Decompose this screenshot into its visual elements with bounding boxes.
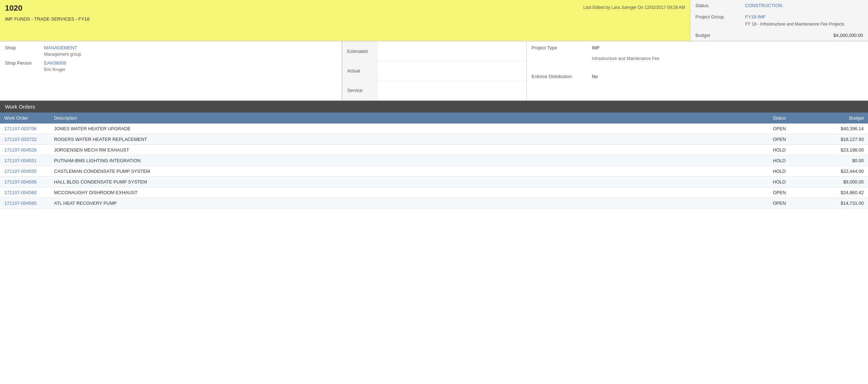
work-order-status: HOLD	[769, 145, 818, 155]
work-order-id[interactable]: 171107-004565	[0, 198, 50, 209]
work-order-status: OPEN	[769, 124, 818, 134]
work-order-status: HOLD	[769, 177, 818, 187]
work-order-description: JORGENSEN MECH RM EXHAUST	[50, 145, 769, 155]
shop-person-row: Shop Person EAK08009 Eric Kruger	[5, 60, 337, 72]
status-value[interactable]: CONSTRUCTION	[745, 3, 863, 8]
work-order-id[interactable]: 171107-004528	[0, 145, 50, 155]
enforce-dist-label: Enforce Distribution	[532, 74, 592, 79]
shop-row: Shop MANAGEMENT Management group	[5, 45, 337, 57]
actual-row: Actual	[342, 61, 526, 81]
project-type-value: IMF	[592, 45, 863, 50]
work-orders-section: Work Orders Work Order Description Statu…	[0, 101, 868, 209]
project-id: 1020	[5, 4, 22, 13]
work-order-link[interactable]: 171107-004560	[4, 190, 37, 195]
work-order-id[interactable]: 171107-004556	[0, 177, 50, 187]
table-row: 171107-004528JORGENSEN MECH RM EXHAUSTHO…	[0, 145, 868, 155]
work-order-status: HOLD	[769, 166, 818, 177]
status-label: Status	[695, 3, 745, 8]
service-value	[378, 87, 526, 94]
work-order-link[interactable]: 171107-003706	[4, 126, 37, 131]
table-row: 171107-004565ATL HEAT RECOVERY PUMPOPEN$…	[0, 198, 868, 209]
work-order-budget: $9,000.00	[818, 177, 868, 187]
work-order-link[interactable]: 171107-004551	[4, 158, 37, 163]
enforce-dist-row: Enforce Distribution No	[532, 74, 863, 79]
work-order-description: CASTLEMAN CONDENSATE PUMP SYSTEM	[50, 166, 769, 177]
service-label: Service	[342, 81, 378, 100]
work-order-description: ROGERS WATER HEATER REPLACEMENT	[50, 134, 769, 145]
table-row: 171107-004555CASTLEMAN CONDENSATE PUMP S…	[0, 166, 868, 177]
table-row: 171107-004551PUTNAM-BMS LIGHTING INTEGRA…	[0, 155, 868, 166]
project-subtitle: IMF FUNDS - TRADE SERVICES - FY18	[5, 16, 685, 22]
col-work-order: Work Order	[0, 113, 50, 124]
table-row: 171107-003706JONES WATER HEATER UPGRADEO…	[0, 124, 868, 134]
work-order-link[interactable]: 171107-004555	[4, 169, 37, 174]
work-order-description: ATL HEAT RECOVERY PUMP	[50, 198, 769, 209]
table-row: 171107-003722ROGERS WATER HEATER REPLACE…	[0, 134, 868, 145]
shop-person-label: Shop Person	[5, 60, 44, 66]
shop-person-link[interactable]: EAK08009	[44, 60, 66, 66]
work-orders-table: Work Order Description Status Budget 171…	[0, 113, 868, 209]
project-type-panel: Project Type IMF Infrastructure and Main…	[527, 42, 868, 100]
shop-link[interactable]: MANAGEMENT	[44, 45, 77, 50]
service-panel: Estimated Actual Service	[342, 42, 527, 100]
shop-desc: Management group	[44, 52, 337, 57]
work-order-status: HOLD	[769, 155, 818, 166]
work-order-id[interactable]: 171107-004560	[0, 187, 50, 198]
work-order-description: HALL BLDG CONDENSATE PUMP SYSTEM	[50, 177, 769, 187]
table-header-row: Work Order Description Status Budget	[0, 113, 868, 124]
work-order-description: MCCONAUGHY DISHROOM EXHAUST	[50, 187, 769, 198]
project-group-label: Project Group	[695, 14, 745, 27]
work-order-budget: $23,198.00	[818, 145, 868, 155]
estimated-label: Estimated	[342, 42, 378, 61]
work-order-budget: $24,860.42	[818, 187, 868, 198]
work-orders-header: Work Orders	[0, 101, 868, 113]
header-section: 1020 Last Edited by Lara Juenger On 12/0…	[0, 0, 868, 41]
budget-row: Budget $4,000,000.00	[690, 30, 868, 41]
work-order-link[interactable]: 171107-003722	[4, 137, 37, 142]
project-group-row: Project Group FY18-IMF FY 18 - Infrastru…	[690, 11, 868, 30]
work-order-link[interactable]: 171107-004556	[4, 179, 37, 185]
enforce-dist-value: No	[592, 74, 863, 79]
budget-value: $4,000,000.00	[745, 33, 863, 38]
estimated-row: Estimated	[342, 42, 526, 61]
status-row: Status CONSTRUCTION	[690, 0, 868, 11]
work-order-budget: $22,444.00	[818, 166, 868, 177]
work-order-budget: $40,396.14	[818, 124, 868, 134]
work-order-description: JONES WATER HEATER UPGRADE	[50, 124, 769, 134]
work-order-link[interactable]: 171107-004528	[4, 147, 37, 153]
work-order-status: OPEN	[769, 198, 818, 209]
work-order-budget: $18,127.93	[818, 134, 868, 145]
last-edited: Last Edited by Lara Juenger On 12/02/201…	[583, 5, 685, 10]
work-order-id[interactable]: 171107-003706	[0, 124, 50, 134]
project-group-link[interactable]: FY18-IMF	[745, 14, 766, 20]
work-order-budget: $14,731.00	[818, 198, 868, 209]
work-order-budget: $0.00	[818, 155, 868, 166]
status-link[interactable]: CONSTRUCTION	[745, 3, 782, 8]
project-type-label: Project Type	[532, 45, 592, 50]
project-type-desc: Infrastructure and Maintenance Fee	[592, 56, 863, 61]
shop-label: Shop	[5, 45, 44, 50]
work-order-id[interactable]: 171107-004551	[0, 155, 50, 166]
actual-value	[378, 67, 526, 74]
work-order-status: OPEN	[769, 134, 818, 145]
actual-label: Actual	[342, 61, 378, 80]
col-description: Description	[50, 113, 769, 124]
work-order-link[interactable]: 171107-004565	[4, 201, 37, 206]
work-order-id[interactable]: 171107-004555	[0, 166, 50, 177]
work-order-status: OPEN	[769, 187, 818, 198]
details-section: Shop MANAGEMENT Management group Shop Pe…	[0, 41, 868, 101]
budget-label: Budget	[695, 33, 745, 38]
project-type-row: Project Type IMF Infrastructure and Main…	[532, 45, 863, 61]
service-row: Service	[342, 81, 526, 100]
header-right-panel: Status CONSTRUCTION Project Group FY18-I…	[690, 0, 868, 41]
table-row: 171107-004556HALL BLDG CONDENSATE PUMP S…	[0, 177, 868, 187]
work-order-description: PUTNAM-BMS LIGHTING INTEGRATION	[50, 155, 769, 166]
col-budget: Budget	[818, 113, 868, 124]
table-row: 171107-004560MCCONAUGHY DISHROOM EXHAUST…	[0, 187, 868, 198]
work-order-id[interactable]: 171107-003722	[0, 134, 50, 145]
shop-person-desc: Eric Kruger	[44, 67, 337, 72]
estimated-value	[378, 48, 526, 55]
col-status: Status	[769, 113, 818, 124]
project-group-desc: FY 18 - Infrastructure and Maintenance F…	[745, 22, 863, 27]
shop-panel: Shop MANAGEMENT Management group Shop Pe…	[0, 42, 342, 100]
